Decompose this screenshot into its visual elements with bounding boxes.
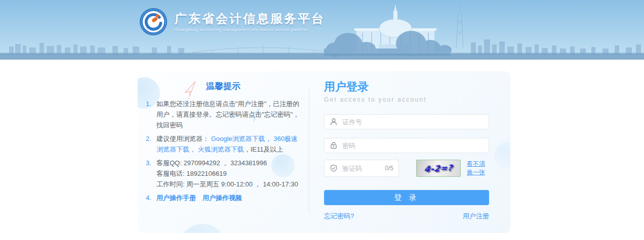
captcha-field-row: 0/5 xyxy=(324,160,399,177)
captcha-counter: 0/5 xyxy=(385,165,393,172)
tips-list: 1.如果您还没注册信息请点击"用户注册"，已注册的用户，请直接登录。忘记密码请点… xyxy=(146,99,301,203)
id-number-field-row xyxy=(324,114,489,129)
brand-text: 广东省会计信息服务平台 Guangdong accounting managem… xyxy=(175,12,325,32)
tip-number: 4. xyxy=(146,193,156,203)
brand: 广东省会计信息服务平台 Guangdong accounting managem… xyxy=(139,7,325,36)
login-title: 用户登录 xyxy=(324,80,489,93)
tip-link[interactable]: 用户操作手册 xyxy=(156,194,196,202)
panel-divider xyxy=(309,86,309,213)
captcha-refresh-links: 看不清 换一张 xyxy=(467,160,485,177)
tip-text: 建议使用浏览器： Google浏览器下载， 360极速浏览器下载， 火狐浏览器下… xyxy=(156,133,301,155)
tip-text-segment xyxy=(196,194,203,202)
password-input[interactable] xyxy=(342,142,484,150)
platform-title: 广东省会计信息服务平台 xyxy=(175,12,325,26)
lock-icon xyxy=(330,141,338,150)
captcha-unclear-link[interactable]: 看不清 xyxy=(467,160,485,168)
tip-text-segment: ，IE11及以上 xyxy=(244,146,284,153)
tip-number: 2. xyxy=(146,133,156,155)
login-card: 温馨提示 1.如果您还没注册信息请点击"用户注册"，已注册的用户，请直接登录。忘… xyxy=(138,71,510,233)
login-subtitle: Get access to your account xyxy=(324,96,489,103)
platform-logo-icon xyxy=(139,7,168,36)
header-banner: 广东省会计信息服务平台 Guangdong accounting managem… xyxy=(0,0,644,60)
login-form: 0/5 4-2=? 看不清 换一张 登 录 忘记密码? 用户注册 xyxy=(324,114,489,221)
tip-number: 3. xyxy=(146,158,156,189)
register-link[interactable]: 用户注册 xyxy=(463,212,489,221)
tip-item: 2.建议使用浏览器： Google浏览器下载， 360极速浏览器下载， 火狐浏览… xyxy=(146,133,301,155)
tip-item: 4.用户操作手册 用户操作视频 xyxy=(146,193,301,203)
tip-number: 1. xyxy=(146,99,156,130)
tip-item: 3.客服QQ: 2970994292 ， 3234381996客服电话: 189… xyxy=(146,158,301,189)
tip-link[interactable]: Google浏览器下载， xyxy=(211,135,272,142)
forgot-password-link[interactable]: 忘记密码? xyxy=(324,212,354,221)
tip-text-segment: 建议使用浏览器： xyxy=(156,135,211,142)
tip-text: 用户操作手册 用户操作视频 xyxy=(156,193,301,203)
captcha-change-link[interactable]: 换一张 xyxy=(467,168,485,177)
tip-link[interactable]: 用户操作视频 xyxy=(203,194,242,202)
tip-item: 1.如果您还没注册信息请点击"用户注册"，已注册的用户，请直接登录。忘记密码请点… xyxy=(146,99,301,130)
id-number-input[interactable] xyxy=(342,118,484,126)
login-button[interactable]: 登 录 xyxy=(324,190,489,205)
captcha-image[interactable]: 4-2=? xyxy=(416,160,461,177)
tips-title: 温馨提示 xyxy=(146,80,301,92)
tip-text: 如果您还没注册信息请点击"用户注册"，已注册的用户，请直接登录。忘记密码请点击"… xyxy=(156,99,301,130)
captcha-row: 0/5 4-2=? 看不清 换一张 xyxy=(324,160,489,177)
user-icon xyxy=(330,118,338,126)
tip-text: 客服QQ: 2970994292 ， 3234381996客服电话: 18922… xyxy=(156,158,301,189)
captcha-challenge-text: 4-2=? xyxy=(424,163,453,174)
decor-circle xyxy=(178,224,227,233)
tip-text-segment: 工作时间: 周一至周五 9:00-12:00 ， 14:00-17:30 xyxy=(156,180,298,188)
tip-text-segment: 如果您还没注册信息请点击"用户注册"，已注册的用户，请直接登录。忘记密码请点击"… xyxy=(156,100,299,129)
auth-links-row: 忘记密码? 用户注册 xyxy=(324,212,489,221)
tip-link[interactable]: 火狐浏览器下载 xyxy=(198,146,244,153)
shield-check-icon xyxy=(330,164,338,172)
password-field-row xyxy=(324,138,489,153)
tip-text-segment: 客服QQ: 2970994292 ， 3234381996 xyxy=(156,159,267,167)
decor-circle xyxy=(494,142,510,169)
tip-text-segment: 客服电话: 18922106619 xyxy=(156,170,227,177)
platform-subtitle: Guangdong accounting management informat… xyxy=(175,27,325,32)
captcha-input[interactable] xyxy=(342,165,383,172)
login-panel: 用户登录 Get access to your account xyxy=(324,80,489,221)
tips-panel: 温馨提示 1.如果您还没注册信息请点击"用户注册"，已注册的用户，请直接登录。忘… xyxy=(146,80,301,206)
